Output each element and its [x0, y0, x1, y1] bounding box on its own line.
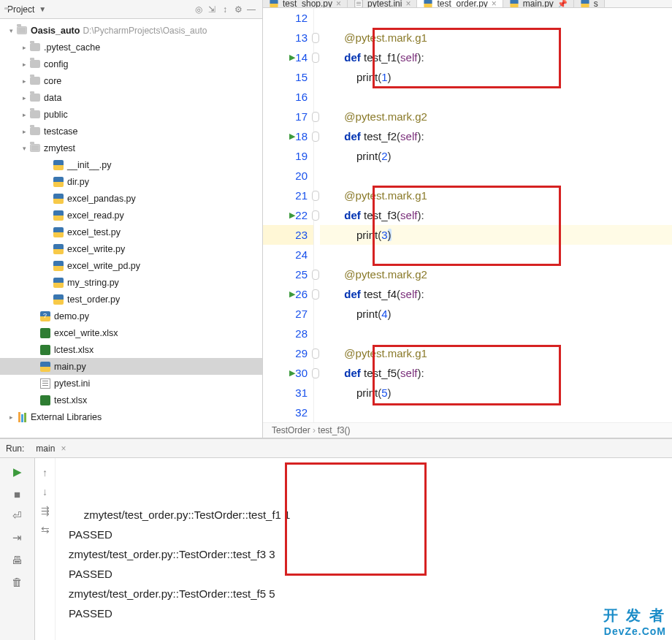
breadcrumb[interactable]: TestOrdertest_f3(): [263, 422, 672, 438]
tree-node[interactable]: lctest.xlsx: [0, 341, 262, 358]
tree-node[interactable]: ▸config: [0, 56, 262, 72]
breadcrumb-func[interactable]: test_f3(): [310, 425, 351, 435]
tree-node[interactable]: ▸public: [0, 106, 262, 123]
project-title: Project: [7, 4, 34, 15]
stop-icon[interactable]: ■: [11, 487, 24, 500]
run-label: Run:: [6, 443, 24, 454]
up-icon[interactable]: ↑: [42, 467, 47, 479]
tree-node[interactable]: test_order.py: [0, 291, 262, 308]
tab-s[interactable]: s: [574, 0, 605, 7]
tree-node[interactable]: ▾Oasis_autoD:\PycharmProjects\Oasis_auto: [0, 22, 262, 39]
tree-node[interactable]: ▸data: [0, 89, 262, 106]
tree-node[interactable]: pytest.ini: [0, 375, 262, 392]
project-tool-header[interactable]: Project ▼ ◎ ⇲ ↕ ⚙ —: [0, 0, 262, 19]
tree-node[interactable]: ▸.pytest_cache: [0, 39, 262, 56]
run-config-name[interactable]: main: [36, 443, 55, 454]
tree-node[interactable]: main.py: [0, 358, 262, 375]
print-icon[interactable]: 🖶: [11, 553, 24, 566]
tab-test_order-py[interactable]: test_order.py×: [417, 0, 503, 7]
hide-icon[interactable]: —: [245, 4, 258, 15]
rerun-icon[interactable]: ▶: [11, 465, 24, 479]
tree-node[interactable]: demo.py: [0, 308, 262, 324]
soft-wrap-icon[interactable]: ⏎: [11, 509, 24, 522]
tree-node[interactable]: excel_read.py: [0, 207, 262, 224]
tab-main-py[interactable]: main.py📌: [503, 0, 574, 7]
run-toolbar2: ↑ ↓ ⇶ ⇆: [35, 458, 56, 640]
run-header: Run: main ×: [0, 439, 672, 458]
tree-node[interactable]: excel_write_pd.py: [0, 257, 262, 274]
close-icon[interactable]: ×: [61, 443, 66, 454]
project-tree[interactable]: ▾Oasis_autoD:\PycharmProjects\Oasis_auto…: [0, 19, 262, 438]
down-icon[interactable]: ↓: [42, 486, 47, 498]
tree-node[interactable]: excel_write.xlsx: [0, 324, 262, 341]
tree-node[interactable]: ▾zmytest: [0, 140, 262, 156]
tree-node[interactable]: excel_test.py: [0, 224, 262, 240]
editor-tabs[interactable]: test_shop.py×pytest.ini×test_order.py×ma…: [263, 0, 672, 8]
layout-icon[interactable]: ⇆: [41, 524, 50, 536]
tree-node[interactable]: dir.py: [0, 173, 262, 190]
tree-node[interactable]: excel_write.py: [0, 240, 262, 257]
filter-icon[interactable]: ⇶: [41, 505, 50, 517]
chevron-down-icon[interactable]: ▼: [39, 5, 46, 13]
tree-node[interactable]: ▸testcase: [0, 123, 262, 140]
tab-test_shop-py[interactable]: test_shop.py×: [263, 0, 348, 7]
tree-node[interactable]: ▸External Libraries: [0, 408, 262, 425]
tree-node[interactable]: my_string.py: [0, 274, 262, 291]
tree-node[interactable]: __init__.py: [0, 156, 262, 173]
select-opened-icon[interactable]: ◎: [192, 4, 205, 15]
tab-pytest-ini[interactable]: pytest.ini×: [348, 0, 417, 7]
console-output[interactable]: zmytest/test_order.py::TestOrder::test_f…: [56, 458, 672, 640]
collapse-all-icon[interactable]: ↕: [218, 4, 232, 15]
watermark: 开 发 者 DevZe.CoM: [603, 606, 666, 637]
clear-icon[interactable]: 🗑: [11, 575, 24, 588]
run-toolbar: ▶ ■ ⏎ ⇥ 🖶 🗑: [0, 458, 35, 640]
gear-icon[interactable]: ⚙: [232, 4, 245, 15]
breadcrumb-class[interactable]: TestOrder: [272, 425, 310, 435]
scroll-icon[interactable]: ⇥: [11, 531, 24, 544]
expand-all-icon[interactable]: ⇲: [205, 4, 218, 15]
tree-node[interactable]: test.xlsx: [0, 392, 262, 408]
tree-node[interactable]: ▸core: [0, 72, 262, 89]
tree-node[interactable]: excel_pandas.py: [0, 190, 262, 207]
